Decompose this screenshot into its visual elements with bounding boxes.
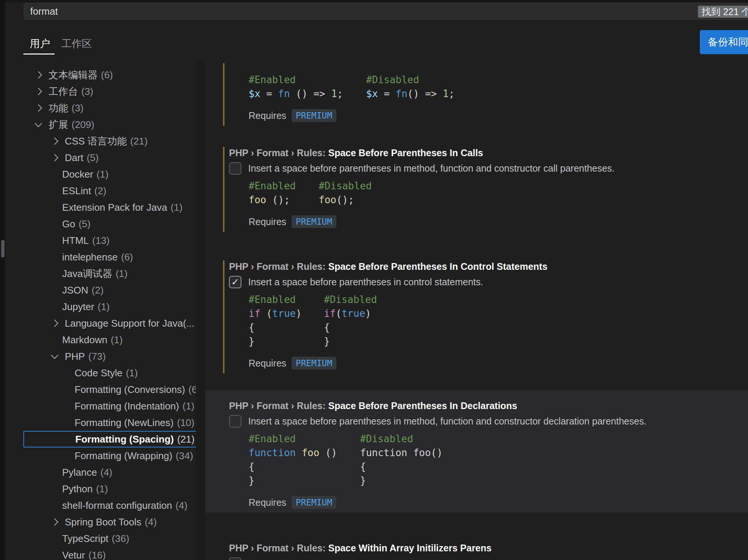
tree-item[interactable]: 功能(3) — [23, 100, 201, 116]
tree-item[interactable]: Extension Pack for Java(1) — [23, 199, 201, 216]
tree-item[interactable]: Pylance(4) — [23, 464, 201, 481]
code-token: 1 — [443, 88, 449, 99]
tree-item-label: Go — [62, 218, 75, 230]
code-token: ( — [336, 308, 342, 319]
search-query-text: format — [30, 6, 58, 17]
requires-label: Requires — [249, 216, 286, 227]
chevron-right-icon[interactable] — [35, 104, 42, 112]
tree-item[interactable]: Markdown(1) — [23, 332, 201, 348]
setting-description: Insert a space before parentheses in met… — [248, 163, 615, 174]
left-edge-scrollbar[interactable] — [1, 240, 5, 257]
requires-label: Requires — [249, 358, 286, 369]
tree-item[interactable]: Formatting (Indentation)(1) — [23, 398, 201, 414]
chevron-right-icon[interactable] — [51, 320, 58, 327]
tree-item[interactable]: Jupyter(1) — [23, 298, 201, 315]
setting-name: Space Before Parentheses In Calls — [328, 148, 483, 158]
tree-item[interactable]: Java调试器(1) — [23, 265, 201, 282]
code-token: foo — [319, 194, 336, 205]
tree-item-count: (1) — [96, 169, 108, 180]
tree-item[interactable]: 扩展(209) — [23, 116, 201, 133]
tree-item-count: (4) — [176, 500, 188, 511]
setting-checkbox[interactable] — [229, 415, 241, 428]
backup-sync-settings-button[interactable]: 备份和同步设置 — [700, 30, 748, 54]
code-token: { — [324, 322, 330, 333]
code-token: function foo() — [360, 447, 443, 458]
code-line: function foo () — [249, 446, 360, 460]
requires-row: RequiresPREMIUM — [249, 109, 748, 126]
setting-checkbox-row: Insert a space before parentheses in met… — [229, 415, 748, 428]
tree-item[interactable]: 工作台(3) — [23, 83, 201, 100]
tree-item-label: Formatting (Conversions) — [75, 384, 185, 396]
code-line: foo (); — [249, 193, 319, 207]
tree-item-label: JSON — [62, 285, 88, 296]
code-line: { — [249, 321, 324, 335]
tree-item[interactable]: Formatting (Wrapping)(34) — [23, 447, 201, 464]
tree-item[interactable]: 文本编辑器(6) — [23, 67, 201, 83]
tab-user[interactable]: 用户 — [30, 37, 50, 50]
chevron-right-icon[interactable] — [51, 137, 58, 145]
tree-item[interactable]: ESLint(2) — [23, 183, 201, 199]
tree-item-count: (2) — [95, 185, 107, 197]
code-example-header: #Disabled — [319, 179, 372, 193]
settings-search-input[interactable]: format — [24, 3, 748, 20]
tree-item[interactable]: Docker(1) — [23, 166, 201, 183]
tree-item[interactable]: Formatting (NewLines)(10) — [23, 414, 201, 431]
code-line: $x = fn () => 1; — [249, 87, 366, 101]
tree-item-label: shell-format configuration — [62, 500, 172, 511]
requires-row: RequiresPREMIUM — [249, 496, 748, 513]
tree-item-count: (1) — [126, 367, 138, 379]
code-token: } — [249, 475, 255, 486]
setting-title: PHP › Format › Rules: Space Before Paren… — [229, 400, 748, 412]
tree-item[interactable]: JSON(2) — [23, 282, 201, 298]
tree-item[interactable]: Python(1) — [23, 481, 201, 497]
tree-item[interactable]: Spring Boot Tools(4) — [23, 514, 201, 530]
code-example-header: #Enabled — [249, 432, 360, 446]
code-line: } — [324, 335, 377, 348]
tree-item[interactable]: HTML(13) — [23, 232, 201, 249]
setting-checkbox[interactable] — [229, 162, 241, 175]
tree-item-label: intelephense — [62, 251, 118, 263]
tree-item-count: (6) — [121, 251, 133, 263]
panel-divider — [196, 62, 205, 560]
setting-space-within-array-initilizers-parens: PHP › Format › Rules: Space Within Array… — [205, 542, 748, 560]
tree-item[interactable]: shell-format configuration(4) — [23, 497, 201, 514]
code-token: () => — [290, 88, 331, 99]
tree-item[interactable]: Dart(5) — [23, 149, 201, 166]
tree-item-label: Pylance — [62, 467, 97, 478]
setting-checkbox[interactable]: ✓ — [229, 276, 241, 288]
tab-workspace[interactable]: 工作区 — [61, 37, 92, 50]
code-example-header: #Disabled — [366, 73, 455, 87]
setting-breadcrumb: PHP › Format › Rules: — [229, 148, 328, 158]
chevron-right-icon[interactable] — [51, 518, 58, 526]
tree-item[interactable]: PHP(73) — [23, 348, 201, 365]
tree-item[interactable]: Code Style(1) — [23, 365, 201, 381]
code-token: true — [342, 308, 365, 319]
tree-item[interactable]: Formatting (Conversions)(6) — [23, 381, 201, 398]
chevron-right-icon[interactable] — [35, 88, 42, 95]
chevron-right-icon[interactable] — [51, 154, 58, 161]
tree-item-label: PHP — [65, 351, 85, 362]
tree-item[interactable]: Formatting (Spacing)(21) — [23, 431, 201, 447]
code-line: function foo() — [360, 446, 443, 460]
tree-item[interactable]: Vetur(16) — [23, 547, 201, 560]
tree-item-count: (4) — [101, 467, 113, 478]
chevron-down-icon[interactable] — [51, 352, 58, 359]
tree-item-label: 功能 — [49, 102, 68, 115]
tree-item[interactable]: Language Support for Java(...(7) — [23, 315, 201, 332]
tree-item-count: (4) — [145, 516, 157, 528]
chevron-down-icon[interactable] — [35, 120, 42, 127]
tree-item-count: (5) — [87, 152, 99, 164]
tree-item[interactable]: intelephense(6) — [23, 249, 201, 265]
tree-item-count: (1) — [98, 301, 110, 313]
setting-checkbox[interactable] — [229, 557, 241, 560]
code-token: () — [319, 447, 337, 458]
tree-item-count: (16) — [89, 549, 106, 560]
code-token: ; — [337, 88, 343, 99]
tree-item[interactable]: Go(5) — [23, 216, 201, 232]
code-token: ( — [260, 308, 272, 319]
tree-item[interactable]: CSS 语言功能(21) — [23, 133, 201, 149]
code-example: #Enabledif (true){}#Disabledif(true){} — [249, 293, 748, 348]
chevron-right-icon[interactable] — [35, 71, 42, 79]
tree-item-label: CSS 语言功能 — [65, 135, 127, 148]
tree-item[interactable]: TypeScript(36) — [23, 530, 201, 547]
